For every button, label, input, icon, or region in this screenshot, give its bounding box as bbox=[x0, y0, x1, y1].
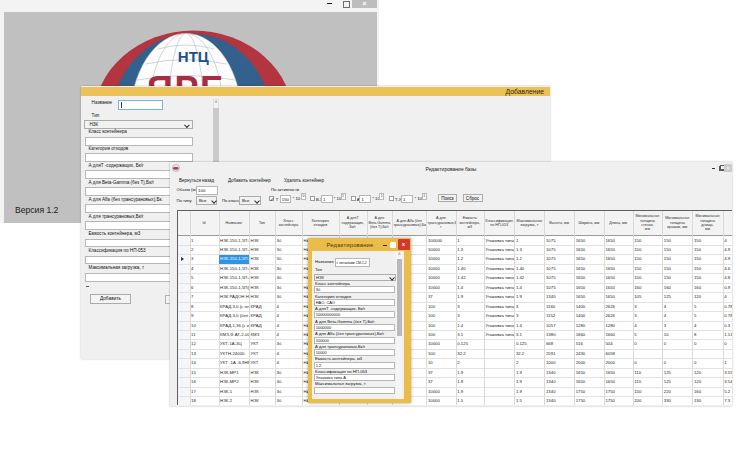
svg-text:НТЦ: НТЦ bbox=[178, 48, 209, 65]
svg-text:ЯРБ: ЯРБ bbox=[147, 69, 227, 87]
